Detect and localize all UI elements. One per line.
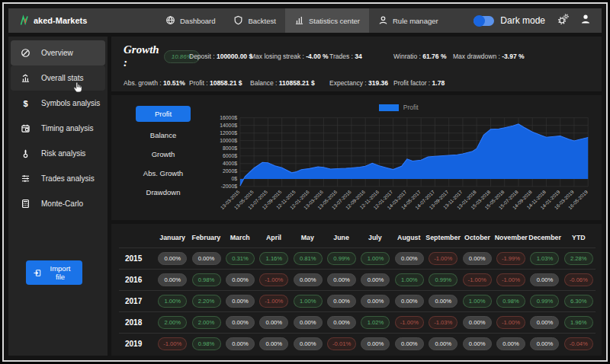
- stat-value: -4.00 %: [306, 53, 328, 60]
- calculator-icon: [20, 199, 31, 209]
- nav-item-dashboard[interactable]: Dashboard: [156, 8, 224, 33]
- growth-headline: Growth :10.86%: [124, 43, 189, 69]
- stat-value: 319.36: [368, 79, 388, 87]
- stat-value: 100000.00 $: [217, 53, 252, 60]
- stat-label: Expectancy: [329, 79, 363, 87]
- growth-label: Growth :: [124, 43, 159, 69]
- app-window: aked-Markets DashboardBacktestStatistics…: [2, 2, 608, 362]
- return-badge: -1.00%: [463, 273, 492, 286]
- legend-swatch: [379, 104, 399, 111]
- chart-button-drawdown[interactable]: Drawdown: [146, 187, 181, 198]
- table-row-2015: 20150.00%0.00%0.31%1.16%0.81%0.99%1.00%0…: [119, 248, 596, 270]
- return-badge: 0.00%: [496, 337, 525, 350]
- return-badge: -1.00%: [496, 273, 525, 286]
- dark-mode-label: Dark mode: [500, 15, 545, 26]
- stats-icon: [294, 15, 304, 27]
- sidebar-item-label: Risk analysis: [41, 149, 85, 158]
- nav-item-backtest[interactable]: Backtest: [224, 8, 284, 33]
- dark-mode-toggle[interactable]: [474, 16, 494, 26]
- return-badge: 0.00%: [463, 252, 492, 265]
- year-label: 2016: [119, 276, 156, 284]
- return-badge: 0.00%: [158, 273, 187, 286]
- year-label: 2019: [119, 340, 156, 348]
- return-badge: 0.00%: [361, 295, 390, 308]
- column-header-august: August: [392, 234, 425, 241]
- return-badge: 1.96%: [564, 316, 593, 329]
- column-header-may: May: [291, 234, 324, 241]
- stat-label: Abs. growth: [124, 79, 158, 87]
- return-badge: 1.00%: [158, 295, 187, 308]
- stat-winratio: Winratio : 61.76 %: [393, 53, 453, 60]
- compass-icon: [20, 48, 31, 58]
- return-badge: -1.00%: [259, 273, 288, 286]
- sidebar-item-label: Timing analysis: [41, 124, 94, 133]
- stat-balance: Balance : 110858.21 $: [250, 79, 329, 87]
- return-badge: 0.00%: [294, 337, 323, 350]
- column-header-december: December: [528, 234, 561, 241]
- return-badge: 0.00%: [192, 252, 221, 265]
- stat-value: 1.78: [432, 79, 445, 87]
- stat-value: 61.76 %: [422, 53, 446, 60]
- sidebar-item-timing-analysis[interactable]: Timing analysis: [11, 116, 105, 141]
- chart-button-abs--growth[interactable]: Abs. Growth: [143, 168, 183, 179]
- stat-label: Max drawdown: [453, 53, 496, 60]
- return-badge: 0.00%: [259, 316, 288, 329]
- nav-item-label: Backtest: [248, 17, 275, 25]
- sidebar-item-monte-carlo[interactable]: Monte-Carlo: [11, 191, 105, 216]
- column-header-march: March: [223, 234, 257, 241]
- return-badge: 0.00%: [429, 337, 458, 350]
- column-header-september: September: [425, 234, 460, 241]
- stat-label: Trades: [329, 53, 349, 60]
- stat-abs--growth: Abs. growth : 10.51%: [124, 79, 189, 87]
- sidebar-item-trades-analysis[interactable]: Trades analysis: [11, 166, 105, 191]
- topbar: aked-Markets DashboardBacktestStatistics…: [8, 8, 602, 33]
- chart-button-balance[interactable]: Balance: [150, 129, 176, 141]
- sidebar-item-label: Overview: [41, 49, 73, 57]
- sidebar-item-risk-analysis[interactable]: Risk analysis: [11, 141, 105, 166]
- column-header-january: January: [156, 234, 189, 241]
- chart-button-profit[interactable]: Profit: [136, 106, 191, 122]
- return-badge: 0.00%: [226, 295, 255, 308]
- return-badge: 0.00%: [226, 273, 255, 286]
- return-badge: 0.00%: [395, 252, 424, 265]
- sidebar-item-symbols-analysis[interactable]: $Symbols analysis: [11, 91, 105, 116]
- table-row-2019: 2019-1.00%0.98%0.00%0.00%0.00%-0.01%0.00…: [119, 334, 596, 354]
- chart-button-growth[interactable]: Growth: [152, 148, 175, 160]
- svg-text:2000$: 2000$: [223, 168, 237, 174]
- return-badge: 0.98%: [192, 337, 221, 350]
- column-header-june: June: [324, 234, 358, 241]
- column-header-november: November: [494, 234, 528, 241]
- account-user-icon[interactable]: [580, 14, 591, 27]
- return-badge: -1.00%: [259, 295, 288, 308]
- dark-mode-control: Dark mode: [474, 15, 545, 26]
- nav-item-label: Statistics center: [309, 17, 360, 25]
- return-badge: 0.00%: [327, 273, 356, 286]
- svg-text:8000$: 8000$: [223, 145, 237, 151]
- nav-item-statistics-center[interactable]: Statistics center: [285, 8, 369, 33]
- sidebar-item-label: Overall stats: [41, 74, 84, 82]
- import-file-label: Import file: [46, 264, 75, 281]
- return-badge: 0.81%: [294, 252, 323, 265]
- return-badge: 0.00%: [327, 295, 356, 308]
- return-badge: 1.00%: [294, 295, 323, 308]
- svg-text:-2000$: -2000$: [221, 184, 237, 189]
- brand-name: aked-Markets: [34, 16, 87, 25]
- brand-logo-icon: [19, 14, 31, 27]
- settings-gears-icon[interactable]: [557, 14, 570, 28]
- return-badge: 0.00%: [294, 316, 323, 329]
- nav-item-rule-manager[interactable]: Rule manager: [369, 8, 448, 33]
- chart-metric-buttons: ProfitBalanceGrowthAbs. GrowthDrawdown: [119, 101, 207, 220]
- return-badge: 0.00%: [530, 273, 559, 286]
- svg-text:10000$: 10000$: [220, 138, 237, 143]
- import-file-button[interactable]: Import file: [26, 260, 82, 285]
- return-badge: -0.01%: [327, 337, 356, 350]
- return-badge: -1.00%: [395, 316, 424, 329]
- sidebar-item-overview[interactable]: Overview: [11, 40, 105, 65]
- stat-profit-factor: Profit factor : 1.78: [393, 79, 453, 87]
- return-badge: -1.00%: [429, 252, 458, 265]
- return-badge: 2.00%: [158, 316, 187, 329]
- monthly-returns-table: JanuaryFebruaryMarchAprilMayJuneJulyAugu…: [111, 224, 602, 356]
- stat-expectancy: Expectancy : 319.36: [329, 79, 393, 87]
- svg-text:0$: 0$: [231, 176, 237, 181]
- sidebar-item-overall-stats[interactable]: Overall stats: [11, 65, 105, 91]
